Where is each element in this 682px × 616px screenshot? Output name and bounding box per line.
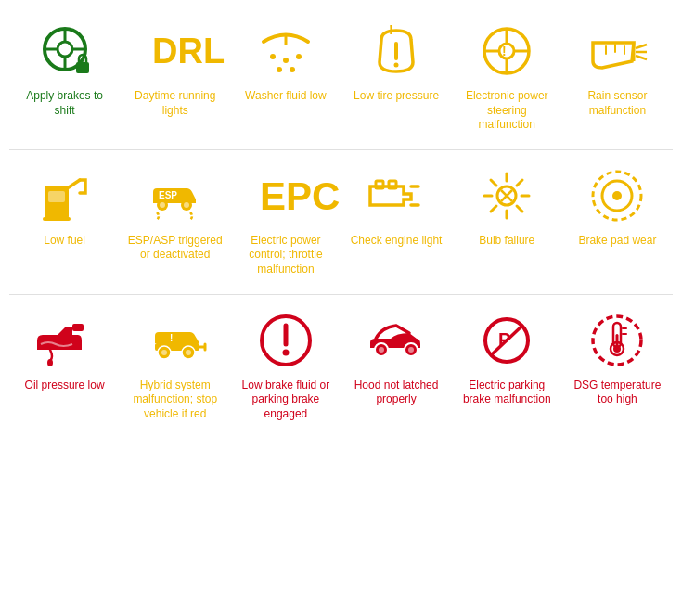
label-washer-fluid: Washer fluid low [245,89,327,104]
svg-point-32 [160,202,165,208]
svg-line-26 [636,56,647,59]
label-parking-brake: Electric parking brake malfunction [457,379,557,407]
label-epc: Electric power control; throttle malfunc… [236,234,335,277]
cell-brake-fluid: Low brake fluid or parking brake engaged [230,299,341,435]
svg-line-46 [491,180,496,186]
label-daytime-running: Daytime running lights [125,89,225,118]
icon-brake-fluid [249,308,323,373]
icon-eps: ! [470,19,544,83]
svg-text:EPC: EPC [260,174,340,218]
cell-washer-fluid: Washer fluid low [230,9,341,146]
cell-hybrid: ! Hybrid system malfunction; stop vehicl… [120,299,230,435]
label-esp: ESP/ASP triggered or deactivated [125,234,225,263]
cell-epc: EPC Electric power control; throttle mal… [230,154,341,290]
row-divider-1 [9,149,673,150]
svg-rect-56 [72,324,84,331]
svg-point-15 [394,63,399,68]
icon-parking-brake: P [470,308,544,373]
cell-low-tire: ! Low tire pressure [341,9,451,146]
label-oil-pressure: Oil pressure low [25,379,105,393]
svg-text:!: ! [170,333,173,343]
svg-point-9 [270,54,276,59]
icon-epc: EPC [249,163,323,228]
svg-point-59 [161,350,167,355]
label-low-tire: Low tire pressure [354,89,439,104]
label-bulb-failure: Bulb failure [479,234,534,249]
cell-dsg-temp: DSG temperature too high [562,299,673,435]
icon-apply-brakes [28,19,102,83]
label-hybrid: Hybrid system malfunction; stop vehicle … [125,379,225,422]
icon-esp: ESP [138,163,212,228]
icon-bulb-failure [470,163,544,228]
cell-low-fuel: Low fuel [9,154,120,290]
svg-rect-75 [616,334,619,347]
svg-text:DRL: DRL [152,32,225,71]
label-eps: Electronic power steering malfunction [457,89,557,133]
cell-check-engine: Check engine light [341,154,451,290]
svg-point-61 [186,350,191,355]
icon-hybrid: ! [138,308,212,373]
svg-rect-37 [376,181,383,188]
cell-eps: ! Electronic power steering malfunction [452,9,562,146]
label-check-engine: Check engine light [351,234,443,249]
icon-daytime-running: DRL [138,19,212,83]
icon-check-engine [359,163,433,228]
svg-point-66 [282,349,289,355]
svg-point-1 [58,42,72,57]
cell-parking-brake: P Electric parking brake malfunction [452,299,562,435]
icon-low-tire: ! [359,19,433,83]
warning-lights-grid: Apply brakes to shift DRL Daytime runnin… [9,9,673,434]
svg-rect-6 [76,62,89,73]
label-rain-sensor: Rain sensor malfunction [568,89,667,118]
svg-point-13 [290,67,295,72]
svg-point-11 [296,54,302,59]
label-low-fuel: Low fuel [44,234,85,249]
cell-daytime-running: DRL Daytime running lights [120,9,230,146]
cell-bulb-failure: Bulb failure [452,154,562,290]
icon-oil-pressure [28,308,102,373]
svg-line-49 [491,206,496,212]
label-brake-pad: Brake pad wear [578,234,656,249]
svg-line-29 [69,180,80,187]
svg-point-10 [283,58,289,63]
svg-text:ESP: ESP [159,190,177,200]
svg-rect-30 [43,217,71,221]
svg-rect-28 [48,191,65,202]
svg-point-12 [277,67,282,72]
label-apply-brakes: Apply brakes to shift [15,89,114,118]
cell-rain-sensor: Rain sensor malfunction [562,9,673,146]
svg-point-54 [612,191,622,200]
icon-washer-fluid [249,19,323,83]
svg-line-24 [636,45,647,48]
label-dsg-temp: DSG temperature too high [568,379,667,407]
cell-oil-pressure: Oil pressure low [9,299,120,435]
svg-point-55 [47,359,53,366]
svg-text:!: ! [389,22,393,37]
icon-low-fuel [28,163,102,228]
cell-apply-brakes: Apply brakes to shift [9,9,120,146]
svg-point-77 [613,345,621,353]
row-divider-2 [9,294,673,295]
label-brake-fluid: Low brake fluid or parking brake engaged [236,379,335,422]
svg-point-70 [408,347,414,353]
svg-line-48 [517,180,522,186]
icon-dsg-temp [580,308,654,373]
cell-brake-pad: Brake pad wear [562,154,673,290]
svg-point-34 [184,202,189,208]
svg-text:!: ! [502,44,507,58]
icon-rain-sensor [580,19,654,83]
svg-line-47 [517,206,522,212]
cell-esp: ESP ESP/ASP triggered or deactivated [120,154,230,290]
icon-hood [359,308,433,373]
svg-point-68 [379,347,384,353]
label-hood: Hood not latched properly [346,379,445,407]
icon-brake-pad [580,163,654,228]
cell-hood: Hood not latched properly [341,299,451,435]
svg-rect-38 [389,181,396,188]
